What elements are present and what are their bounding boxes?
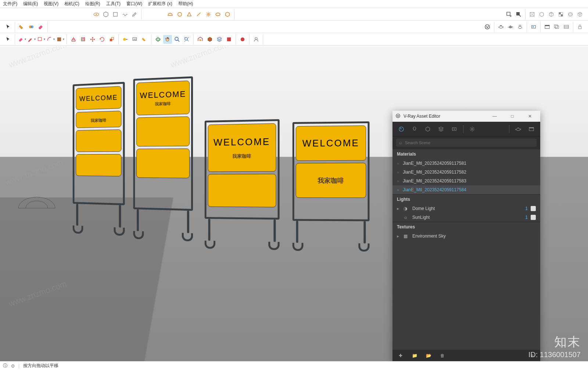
material-item[interactable]: JianE_Mtl_20235242059117584 — [392, 185, 540, 194]
menu-edit[interactable]: 编辑(E) — [23, 1, 38, 7]
maximize-button[interactable]: □ — [505, 114, 520, 119]
tab-settings-icon[interactable] — [466, 123, 478, 135]
sphere-preview-icon[interactable] — [566, 10, 575, 19]
shaded-box-icon[interactable] — [537, 10, 546, 19]
viewport-3d[interactable]: WELCOME 我家咖啡 WELCOME我家咖啡 WELCOME我家咖啡 WEL… — [0, 46, 588, 361]
menu-file[interactable]: 文件(F) — [3, 1, 17, 7]
waves-icon[interactable] — [121, 10, 129, 19]
menu-extensions[interactable]: 扩展程序 (x) — [148, 1, 172, 7]
material-item[interactable]: JianE_Mtl_20235242059117582 — [392, 168, 540, 177]
user-icon[interactable] — [252, 35, 261, 44]
eraser-icon[interactable] — [36, 22, 45, 31]
select-arrow-icon[interactable] — [4, 22, 12, 31]
text-tool-icon[interactable]: A1 — [130, 35, 139, 44]
menu-view[interactable]: 视图(V) — [44, 1, 58, 7]
frame-buffer-vray-icon[interactable] — [526, 123, 537, 135]
light-toggle[interactable] — [531, 206, 536, 211]
textured-box-icon[interactable] — [547, 10, 556, 19]
teapot-cloud-icon[interactable] — [516, 22, 524, 31]
iso-view-icon[interactable] — [101, 10, 110, 19]
extension-icon[interactable] — [225, 35, 233, 44]
import-button[interactable]: 📁 — [410, 353, 419, 358]
shape-tool-icon[interactable] — [36, 35, 45, 44]
wireframe-icon[interactable] — [528, 10, 537, 19]
cube-outline-icon[interactable] — [576, 10, 584, 19]
material-item[interactable]: JianE_Mtl_20235242059117583 — [392, 177, 540, 185]
vray-line-icon[interactable] — [194, 10, 203, 19]
arrow-tool-icon[interactable] — [4, 35, 12, 44]
vray-sun-icon[interactable] — [204, 10, 213, 19]
tab-geometry-icon[interactable] — [422, 123, 434, 135]
tab-materials-icon[interactable] — [395, 123, 407, 135]
expand-icon[interactable]: ▸ — [397, 234, 401, 239]
tape-measure-icon[interactable] — [121, 35, 130, 44]
eraser-tool-icon[interactable] — [17, 35, 26, 44]
close-button[interactable]: ✕ — [523, 114, 537, 119]
status-help-icon[interactable]: ⊙ — [11, 363, 15, 369]
menu-camera[interactable]: 相机(C) — [64, 1, 79, 7]
light-item[interactable]: ☼ SunLight 1 — [392, 213, 540, 222]
zoom-extents-icon[interactable] — [182, 35, 191, 44]
watermark-diagonal: www.znzmo.com — [169, 46, 230, 70]
render-region-icon[interactable] — [529, 22, 538, 31]
pan-icon[interactable] — [163, 35, 172, 44]
menu-window[interactable]: 窗口(W) — [126, 1, 142, 7]
zoom-icon[interactable] — [173, 35, 182, 44]
export-button[interactable]: 📂 — [424, 353, 433, 358]
swatch-tool-icon[interactable] — [55, 35, 64, 44]
toolbar-row-3: A1 — [0, 33, 588, 46]
texture-item[interactable]: ▸ ▦ Environment Sky — [392, 232, 540, 241]
vray-sphere-icon[interactable] — [175, 10, 184, 19]
tab-layers-icon[interactable] — [435, 123, 447, 135]
status-info-icon[interactable]: ⓘ — [3, 363, 7, 369]
menu-draw[interactable]: 绘图(R) — [85, 1, 100, 7]
frame-multi-icon[interactable] — [552, 22, 561, 31]
pencil-tool-icon[interactable] — [27, 35, 36, 44]
vray-dome-icon[interactable] — [166, 10, 175, 19]
svg-point-5 — [216, 13, 220, 16]
frame-buffer-icon[interactable] — [543, 22, 552, 31]
light-item[interactable]: ▸ ◑ Dome Light 1 — [392, 204, 540, 213]
vray-cone-icon[interactable] — [185, 10, 194, 19]
teapot-outline-icon[interactable] — [496, 22, 505, 31]
pushpull-icon[interactable] — [69, 35, 78, 44]
move-tool-icon[interactable] — [88, 35, 97, 44]
add-asset-button[interactable]: ✚ — [396, 353, 405, 358]
box-icon[interactable] — [111, 10, 120, 19]
material-item[interactable]: JianE_Mtl_20235242059117581 — [392, 159, 540, 168]
batch-render-icon[interactable] — [562, 22, 571, 31]
vray-title-bar[interactable]: V-Ray Asset Editor — □ ✕ — [392, 111, 540, 122]
layers-icon[interactable] — [215, 35, 224, 44]
select-scene-icon[interactable] — [514, 10, 523, 19]
vray-logo-icon[interactable] — [483, 22, 492, 31]
menu-help[interactable]: 帮助(H) — [178, 1, 193, 7]
paint-bucket-icon[interactable] — [140, 35, 149, 44]
camera-orbit-icon[interactable] — [92, 10, 101, 19]
orbit-icon[interactable] — [154, 35, 162, 44]
tab-lights-icon[interactable] — [409, 123, 420, 135]
plugin-icon[interactable] — [238, 35, 247, 44]
scale-tool-icon[interactable] — [107, 35, 116, 44]
material-swatch-icon[interactable] — [27, 22, 36, 31]
select-region-icon[interactable] — [505, 10, 513, 19]
arc-tool-icon[interactable] — [46, 35, 55, 44]
checker-icon[interactable] — [556, 10, 565, 19]
vray-ellipse-icon[interactable] — [214, 10, 222, 19]
expand-icon[interactable]: ▸ — [397, 206, 401, 211]
lock-render-icon[interactable] — [576, 22, 584, 31]
menu-tools[interactable]: 工具(T) — [106, 1, 121, 7]
offset-icon[interactable] — [79, 35, 87, 44]
delete-button[interactable]: 🗑 — [438, 353, 447, 358]
rotate-tool-icon[interactable] — [98, 35, 107, 44]
brush-icon[interactable] — [130, 10, 139, 19]
bucket-icon[interactable] — [17, 22, 26, 31]
minimize-button[interactable]: — — [487, 114, 502, 119]
teapot-shaded-icon[interactable] — [506, 22, 515, 31]
vray-cube-icon[interactable] — [223, 10, 232, 19]
search-input[interactable] — [396, 139, 537, 147]
tab-render-icon[interactable] — [448, 123, 460, 135]
warehouse-icon[interactable] — [196, 35, 205, 44]
light-toggle[interactable] — [531, 215, 536, 220]
component-icon[interactable] — [205, 35, 214, 44]
render-teapot-icon[interactable] — [512, 123, 524, 135]
